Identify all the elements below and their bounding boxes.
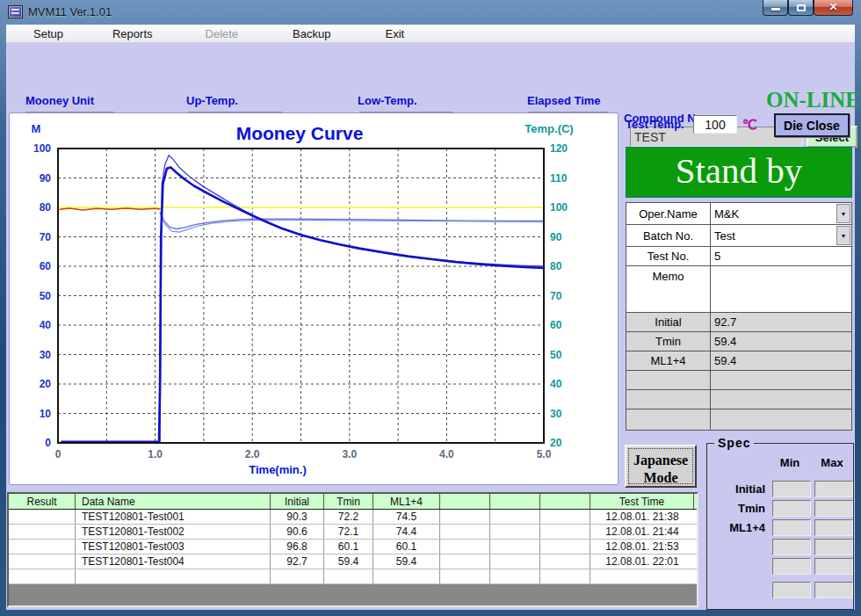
minimize-icon (771, 8, 780, 11)
empty-row (626, 409, 851, 430)
app-window: MVM11 Ver.1.01 ✕ SetupReportsDeleteBacku… (0, 0, 861, 616)
results-header-cell: ML1+4 (373, 494, 440, 509)
spec-min-header: Min (771, 456, 809, 469)
results-cell: 12.08.01. 21:44 (590, 525, 694, 539)
left-axis-tick: 0 (45, 437, 51, 449)
results-cell: 92.7 (271, 554, 324, 569)
test-detail-table: Oper.Name M&K ▼ Batch No. Test ▼ Test No… (626, 202, 852, 431)
results-header-cell (440, 494, 490, 509)
left-axis-tick: 90 (40, 172, 52, 185)
left-axis-tick: 80 (40, 201, 52, 214)
spec-groupbox: Spec Min Max InitialTminML1+4 (706, 443, 854, 610)
results-header-cell (540, 494, 590, 509)
test-no-row: Test No. 5 (626, 247, 851, 266)
results-cell (271, 569, 324, 583)
results-cell (440, 525, 490, 539)
memo-row: Memo (626, 266, 851, 313)
mooney-chart-panel: Mooney Curve M Temp.(C) Time(min.) 01020… (9, 112, 619, 485)
menu-item-backup[interactable]: Backup (293, 27, 330, 40)
chevron-down-icon[interactable]: ▼ (836, 226, 850, 245)
spec-title: Spec (714, 436, 754, 450)
results-cell (490, 510, 540, 524)
window-bottom-border (0, 610, 861, 616)
chevron-down-icon[interactable]: ▼ (836, 204, 850, 223)
spec-min-input[interactable] (772, 539, 811, 555)
right-axis-tick: 70 (550, 290, 562, 302)
oper-name-value: M&K (714, 207, 739, 221)
oper-name-combo[interactable]: M&K ▼ (711, 203, 851, 224)
results-row[interactable]: TEST120801-Test00492.759.459.412.08.01. … (9, 554, 697, 569)
ml14-value: 59.4 (711, 351, 851, 370)
results-cell (9, 525, 76, 539)
results-cell: TEST120801-Test002 (76, 525, 271, 539)
mooney-unit-label: Mooney Unit (25, 94, 94, 107)
elapsed-time-label: Elapsed Time (527, 94, 601, 107)
results-cell: 74.5 (373, 510, 440, 524)
close-button[interactable]: ✕ (814, 0, 853, 16)
spec-row (707, 580, 853, 599)
online-status: ON-LINE (751, 88, 860, 112)
initial-value: 92.7 (711, 313, 851, 331)
right-axis-label: Temp.(C) (525, 122, 573, 135)
memo-input[interactable] (711, 266, 851, 312)
results-cell (440, 540, 490, 554)
spec-min-input[interactable] (772, 481, 811, 497)
mooney-chart: Mooney Curve M Temp.(C) Time(min.) 01020… (10, 113, 618, 484)
left-axis-tick: 100 (33, 142, 51, 155)
oper-name-row: Oper.Name M&K ▼ (626, 203, 851, 225)
results-row[interactable]: TEST120801-Test00396.860.160.112.08.01. … (9, 540, 697, 554)
results-cell: 59.4 (324, 554, 373, 569)
right-axis-tick: 110 (550, 172, 568, 185)
spec-max-input[interactable] (814, 519, 853, 536)
results-row[interactable]: TEST120801-Test00290.672.174.412.08.01. … (9, 525, 697, 540)
menu-item-setup[interactable]: Setup (33, 27, 63, 40)
x-axis-tick: 4.0 (439, 448, 454, 460)
results-row[interactable] (9, 569, 697, 584)
spec-min-input[interactable] (772, 582, 811, 598)
results-cell (440, 569, 490, 583)
spec-max-input[interactable] (814, 539, 853, 555)
results-cell: 74.4 (373, 525, 440, 539)
results-cell (9, 540, 76, 554)
spec-max-input[interactable] (814, 558, 853, 575)
results-header-cell (490, 494, 540, 509)
results-cell (490, 540, 540, 554)
spec-min-input[interactable] (772, 519, 811, 536)
menu-item-reports[interactable]: Reports (112, 27, 153, 40)
batch-no-row: Batch No. Test ▼ (626, 225, 851, 247)
results-cell: 96.8 (271, 540, 324, 554)
maximize-icon (797, 4, 806, 11)
results-table: ResultData NameInitialTminML1+4Test Time… (7, 492, 698, 607)
menu-item-exit[interactable]: Exit (385, 27, 404, 40)
die-close-button[interactable]: Die Close (774, 113, 850, 137)
spec-max-header: Max (813, 456, 851, 469)
minimize-button[interactable] (763, 0, 788, 16)
left-axis-tick: 70 (40, 231, 52, 243)
results-cell (440, 510, 490, 524)
test-temp-input[interactable]: 100 (693, 115, 737, 134)
spec-max-input[interactable] (814, 582, 853, 598)
right-axis-tick: 20 (550, 437, 562, 449)
results-row[interactable]: TEST120801-Test00190.372.274.512.08.01. … (9, 510, 697, 525)
batch-no-label: Batch No. (626, 225, 711, 246)
spec-min-input[interactable] (772, 500, 811, 517)
spec-min-input[interactable] (772, 558, 811, 575)
left-axis-tick: 60 (40, 260, 52, 272)
left-axis-tick: 40 (40, 319, 52, 331)
maximize-button[interactable] (788, 0, 814, 16)
results-cell (490, 569, 540, 583)
chart-title: Mooney Curve (236, 123, 364, 143)
left-axis-tick: 30 (40, 349, 52, 361)
results-cell (373, 569, 440, 583)
results-cell (540, 525, 590, 539)
test-no-input[interactable]: 5 (711, 247, 851, 265)
spec-max-input[interactable] (814, 481, 853, 497)
status-banner: Stand by (626, 147, 852, 198)
japanese-mode-button[interactable]: Japanese Mode (625, 445, 697, 488)
spec-max-input[interactable] (814, 500, 853, 517)
results-cell (490, 554, 540, 569)
left-axis-tick: 50 (40, 290, 52, 302)
batch-no-combo[interactable]: Test ▼ (711, 225, 851, 246)
right-axis-tick: 120 (550, 142, 568, 155)
results-cell: TEST120801-Test001 (76, 510, 271, 524)
